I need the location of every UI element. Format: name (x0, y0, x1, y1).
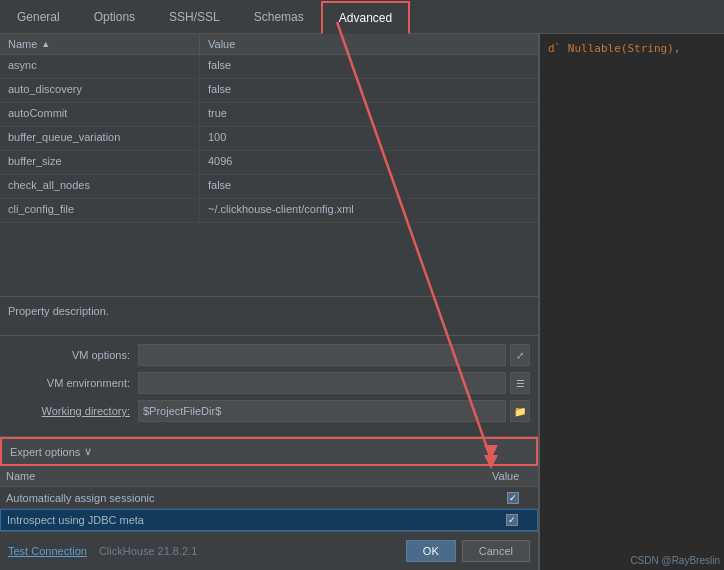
working-directory-row: Working directory: 📁 (8, 400, 530, 422)
vm-options-input-container: ⤢ (138, 344, 530, 366)
vm-options-input[interactable] (138, 344, 506, 366)
header-name: Name ▲ (0, 34, 200, 54)
working-directory-input-container: 📁 (138, 400, 530, 422)
table-row[interactable]: buffer_queue_variation 100 (0, 127, 538, 151)
vm-environment-input[interactable] (138, 372, 506, 394)
expert-header-name: Name (0, 468, 488, 484)
expert-table-header: Name Value (0, 466, 538, 487)
working-directory-input[interactable] (138, 400, 506, 422)
checkbox-introspect-jdbc[interactable]: ✓ (506, 514, 518, 526)
right-panel: d` Nullable(String), (539, 34, 724, 570)
table-row[interactable]: cli_config_file ~/.clickhouse-client/con… (0, 199, 538, 223)
vm-environment-expand-button[interactable]: ☰ (510, 372, 530, 394)
table-row[interactable]: buffer_size 4096 (0, 151, 538, 175)
header-value: Value (200, 34, 538, 54)
table-row[interactable]: check_all_nodes false (0, 175, 538, 199)
expert-options-label: Expert options (10, 446, 80, 458)
expert-row-assign-session[interactable]: Automatically assign sessionic ✓ (0, 487, 538, 509)
vm-environment-row: VM environment: ☰ (8, 372, 530, 394)
version-label: ClickHouse 21.8.2.1 (99, 545, 197, 557)
tab-schemas[interactable]: Schemas (237, 1, 321, 34)
table-row[interactable]: auto_discovery false (0, 79, 538, 103)
table-row[interactable]: async false (0, 55, 538, 79)
tab-general[interactable]: General (0, 1, 77, 34)
working-directory-browse-button[interactable]: 📁 (510, 400, 530, 422)
header-name-label: Name (8, 38, 37, 50)
vm-environment-input-container: ☰ (138, 372, 530, 394)
expert-section: Expert options ∨ Name Value Automaticall… (0, 436, 538, 531)
tab-bar: General Options SSH/SSL Schemas Advanced (0, 0, 724, 34)
expert-header-value: Value (488, 468, 538, 484)
sort-arrow-icon: ▲ (41, 39, 50, 49)
left-panel: Name ▲ Value async false auto_discovery … (0, 34, 539, 570)
vm-options-row: VM options: ⤢ (8, 344, 530, 366)
ok-button[interactable]: OK (406, 540, 456, 562)
checkbox-assign-session[interactable]: ✓ (507, 492, 519, 504)
tab-sshssl[interactable]: SSH/SSL (152, 1, 237, 34)
vm-options-expand-button[interactable]: ⤢ (510, 344, 530, 366)
expert-options-chevron-icon: ∨ (84, 445, 92, 458)
test-connection-link[interactable]: Test Connection (8, 545, 87, 557)
properties-table: Name ▲ Value async false auto_discovery … (0, 34, 538, 296)
table-header: Name ▲ Value (0, 34, 538, 55)
bottom-bar: Test Connection ClickHouse 21.8.2.1 OK C… (0, 531, 538, 570)
content-area: Name ▲ Value async false auto_discovery … (0, 34, 724, 570)
property-description: Property description. (0, 296, 538, 336)
vm-options-label: VM options: (8, 349, 138, 361)
tab-advanced[interactable]: Advanced (321, 1, 410, 34)
tab-options[interactable]: Options (77, 1, 152, 34)
description-label: Property description. (8, 305, 109, 317)
vm-options-area: VM options: ⤢ VM environment: ☰ Working … (0, 336, 538, 436)
cancel-button[interactable]: Cancel (462, 540, 530, 562)
watermark: CSDN @RayBreslin (630, 555, 720, 566)
working-directory-label: Working directory: (8, 405, 138, 417)
table-row[interactable]: autoCommit true (0, 103, 538, 127)
main-container: General Options SSH/SSL Schemas Advanced… (0, 0, 724, 570)
expert-row-introspect-jdbc[interactable]: Introspect using JDBC meta ✓ (0, 509, 538, 531)
expert-options-header[interactable]: Expert options ∨ (0, 437, 538, 466)
code-preview: d` Nullable(String), (540, 34, 724, 570)
vm-environment-label: VM environment: (8, 377, 138, 389)
action-buttons: OK Cancel (406, 540, 530, 562)
